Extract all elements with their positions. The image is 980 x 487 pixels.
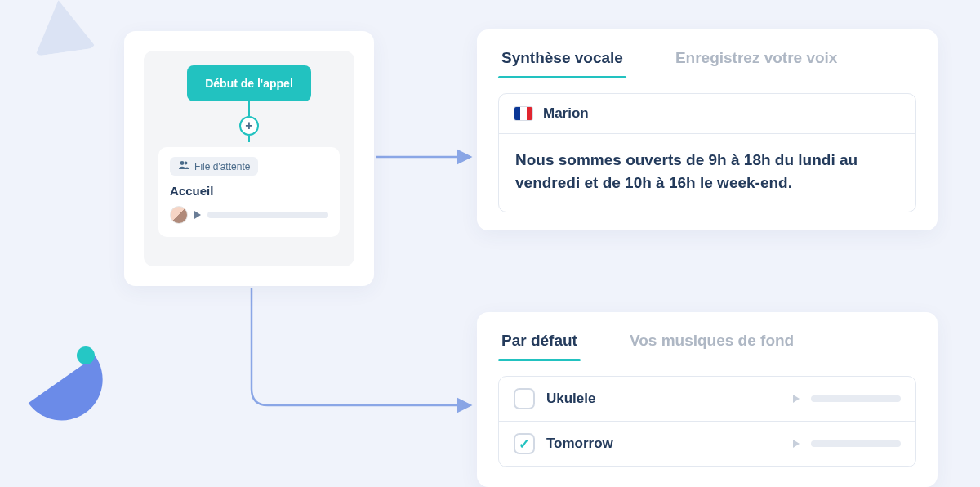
tab-record-voice[interactable]: Enregistrez votre voix — [672, 41, 841, 78]
connector-line — [248, 101, 250, 116]
music-track-name: Tomorrow — [546, 436, 782, 452]
music-track-row[interactable]: Tomorrow — [499, 422, 915, 467]
checkbox[interactable] — [514, 433, 535, 454]
avatar — [170, 206, 188, 224]
music-track-name: Ukulele — [546, 391, 782, 407]
play-icon[interactable] — [194, 211, 201, 219]
tts-box: Marion Nous sommes ouverts de 9h à 18h d… — [498, 93, 916, 212]
start-call-button[interactable]: Début de l'appel — [187, 65, 311, 101]
tab-default-music[interactable]: Par défaut — [498, 324, 581, 361]
decorative-halfcircle — [29, 356, 119, 436]
music-panel: Par défaut Vos musiques de fond Ukulele … — [477, 312, 938, 487]
progress-bar — [207, 212, 328, 218]
decorative-dot — [77, 346, 95, 364]
queue-label: File d'attente — [194, 161, 250, 172]
svg-point-0 — [180, 161, 185, 165]
decorative-triangle — [28, 0, 96, 56]
progress-bar — [811, 440, 901, 447]
people-icon — [178, 160, 189, 172]
voice-tabs: Synthèse vocale Enregistrez votre voix — [498, 29, 916, 78]
flow-canvas: Début de l'appel + File d'attente Accuei… — [144, 51, 354, 266]
flow-card: Début de l'appel + File d'attente Accuei… — [124, 31, 374, 286]
voice-name: Marion — [543, 105, 589, 122]
checkbox[interactable] — [514, 388, 535, 409]
flow-node[interactable]: File d'attente Accueil — [158, 147, 340, 237]
connector-line — [248, 136, 250, 142]
tab-your-music[interactable]: Vos musiques de fond — [626, 324, 797, 361]
node-title: Accueil — [170, 184, 328, 198]
music-tabs: Par défaut Vos musiques de fond — [498, 312, 916, 361]
music-list: Ukulele Tomorrow — [498, 376, 916, 467]
queue-badge: File d'attente — [170, 157, 258, 176]
play-icon[interactable] — [793, 440, 800, 448]
flag-france-icon — [514, 106, 533, 121]
tab-tts[interactable]: Synthèse vocale — [498, 41, 626, 78]
voice-panel: Synthèse vocale Enregistrez votre voix M… — [477, 29, 938, 230]
voice-selector[interactable]: Marion — [499, 94, 915, 134]
svg-point-1 — [185, 162, 188, 165]
tts-text[interactable]: Nous sommes ouverts de 9h à 18h du lundi… — [499, 134, 915, 212]
audio-preview — [170, 206, 328, 224]
play-icon[interactable] — [793, 395, 800, 403]
add-node-button[interactable]: + — [239, 116, 259, 136]
music-track-row[interactable]: Ukulele — [499, 377, 915, 422]
progress-bar — [811, 395, 901, 402]
